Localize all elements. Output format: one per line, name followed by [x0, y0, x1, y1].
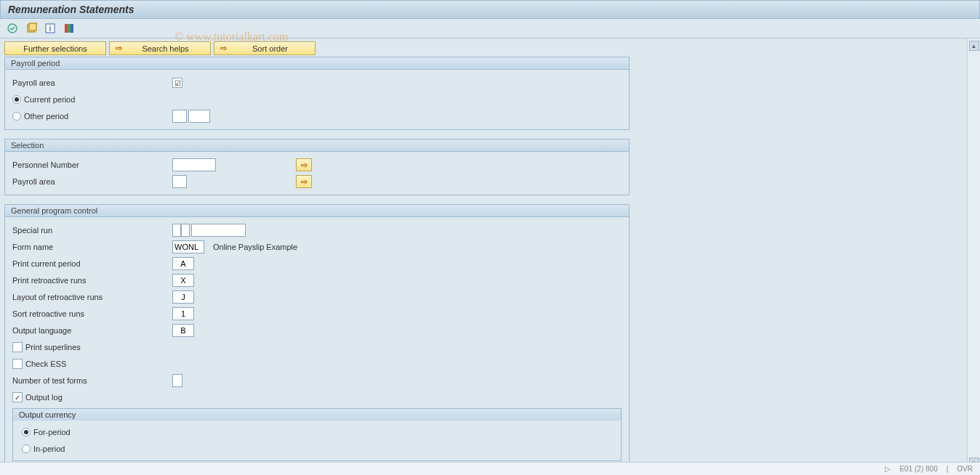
- svg-text:i: i: [49, 25, 52, 33]
- search-helps-button[interactable]: ⇨ Search helps: [109, 41, 211, 55]
- other-period-radio[interactable]: [12, 112, 21, 121]
- print-retro-input[interactable]: [172, 274, 194, 287]
- selection-payroll-area-label: Payroll area: [12, 177, 172, 186]
- current-period-radio[interactable]: [12, 95, 21, 104]
- print-superlines-wrap[interactable]: Print superlines: [12, 342, 81, 352]
- arrow-right-icon: ⇨: [116, 44, 122, 53]
- variant-icon[interactable]: [25, 22, 38, 35]
- action-row: Further selections ⇨ Search helps ⇨ Sort…: [4, 41, 963, 55]
- payroll-period-header: Payroll period: [5, 57, 629, 70]
- scroll-up-icon[interactable]: ▲: [969, 41, 979, 51]
- output-log-check[interactable]: ✓: [12, 392, 23, 402]
- layout-retro-label: Layout of retroactive runs: [12, 293, 172, 301]
- sort-order-label: Sort order: [231, 44, 309, 53]
- output-lang-label: Output language: [12, 326, 172, 335]
- search-helps-label: Search helps: [126, 44, 204, 53]
- general-control-header: General program control: [5, 205, 629, 217]
- payroll-area-expand-button[interactable]: ⇨: [296, 175, 312, 188]
- in-period-radio[interactable]: [22, 444, 31, 453]
- other-period-label: Other period: [24, 112, 68, 121]
- print-superlines-check[interactable]: [12, 342, 23, 352]
- personnel-number-label: Personnel Number: [12, 161, 172, 169]
- arrow-right-icon: ⇨: [301, 177, 308, 187]
- form-name-input[interactable]: [172, 240, 204, 253]
- check-ess-check[interactable]: [12, 359, 23, 369]
- output-log-label: Output log: [25, 393, 63, 402]
- print-superlines-label: Print superlines: [25, 343, 81, 352]
- personnel-number-input[interactable]: [172, 158, 216, 171]
- current-period-radio-wrap[interactable]: Current period: [12, 95, 75, 104]
- num-test-forms-label: Number of test forms: [12, 376, 172, 385]
- status-ovr: OVR: [957, 465, 973, 473]
- app-toolbar: i: [0, 19, 980, 38]
- svg-rect-2: [29, 23, 36, 31]
- selection-group: Selection Personnel Number ⇨ Payroll are…: [4, 139, 630, 195]
- sort-retro-label: Sort retroactive runs: [12, 309, 172, 318]
- payroll-area-label: Payroll area: [12, 78, 172, 87]
- status-triangle-icon: ▷: [885, 465, 891, 473]
- other-period-radio-wrap[interactable]: Other period: [12, 112, 172, 121]
- arrow-right-icon: ⇨: [220, 44, 227, 53]
- form-name-label: Form name: [12, 243, 172, 251]
- personnel-number-expand-button[interactable]: ⇨: [296, 158, 312, 171]
- print-current-input[interactable]: [172, 257, 194, 270]
- vertical-scrollbar[interactable]: ▲ ▼: [967, 38, 980, 470]
- payroll-area-check[interactable]: ☑: [172, 78, 182, 88]
- info-icon[interactable]: i: [44, 22, 57, 35]
- further-selections-label: Further selections: [23, 44, 87, 53]
- num-test-forms-input[interactable]: [172, 374, 182, 387]
- main-area: Further selections ⇨ Search helps ⇨ Sort…: [0, 38, 967, 470]
- status-bar: ▷ E01 (2) 800 | OVR: [0, 462, 980, 475]
- further-selections-button[interactable]: Further selections: [4, 41, 106, 55]
- print-retro-label: Print retroactive runs: [12, 276, 172, 285]
- for-period-radio-wrap[interactable]: For-period: [22, 428, 71, 437]
- other-period-input-1[interactable]: [172, 110, 187, 123]
- title-text: Remuneration Statements: [8, 4, 134, 15]
- current-period-label: Current period: [24, 95, 75, 104]
- layout-icon[interactable]: [63, 22, 76, 35]
- special-run-label: Special run: [12, 226, 172, 235]
- check-ess-label: Check ESS: [25, 360, 66, 368]
- output-log-wrap[interactable]: ✓ Output log: [12, 392, 63, 402]
- in-period-label: In-period: [33, 444, 65, 453]
- selection-payroll-area-input[interactable]: [172, 175, 187, 188]
- selection-header: Selection: [5, 139, 629, 152]
- svg-rect-7: [71, 24, 73, 33]
- layout-retro-input[interactable]: [172, 291, 194, 304]
- special-run-input-3[interactable]: [191, 224, 246, 237]
- svg-rect-5: [65, 24, 68, 33]
- sort-order-button[interactable]: ⇨ Sort order: [214, 41, 316, 55]
- special-run-input-1[interactable]: [172, 224, 181, 237]
- status-system: E01 (2) 800: [899, 465, 937, 473]
- output-currency-header: Output currency: [13, 409, 621, 421]
- for-period-radio[interactable]: [22, 428, 31, 437]
- in-period-radio-wrap[interactable]: In-period: [22, 444, 65, 453]
- output-lang-input[interactable]: [172, 324, 194, 337]
- output-currency-group: Output currency For-period In-period: [12, 408, 622, 461]
- sort-retro-input[interactable]: [172, 307, 194, 320]
- for-period-label: For-period: [33, 428, 71, 437]
- content-wrapper: Further selections ⇨ Search helps ⇨ Sort…: [0, 38, 980, 470]
- other-period-input-2[interactable]: [188, 110, 210, 123]
- execute-icon[interactable]: [6, 22, 19, 35]
- special-run-input-2[interactable]: [181, 224, 190, 237]
- form-name-desc: Online Payslip Example: [213, 243, 297, 251]
- print-current-label: Print current period: [12, 259, 172, 268]
- page-title: Remuneration Statements: [0, 0, 980, 19]
- arrow-right-icon: ⇨: [301, 161, 308, 170]
- check-ess-wrap[interactable]: Check ESS: [12, 359, 66, 369]
- svg-rect-6: [68, 24, 71, 33]
- payroll-period-group: Payroll period Payroll area ☑ Current pe…: [4, 57, 630, 130]
- general-control-group: General program control Special run Form…: [4, 204, 630, 466]
